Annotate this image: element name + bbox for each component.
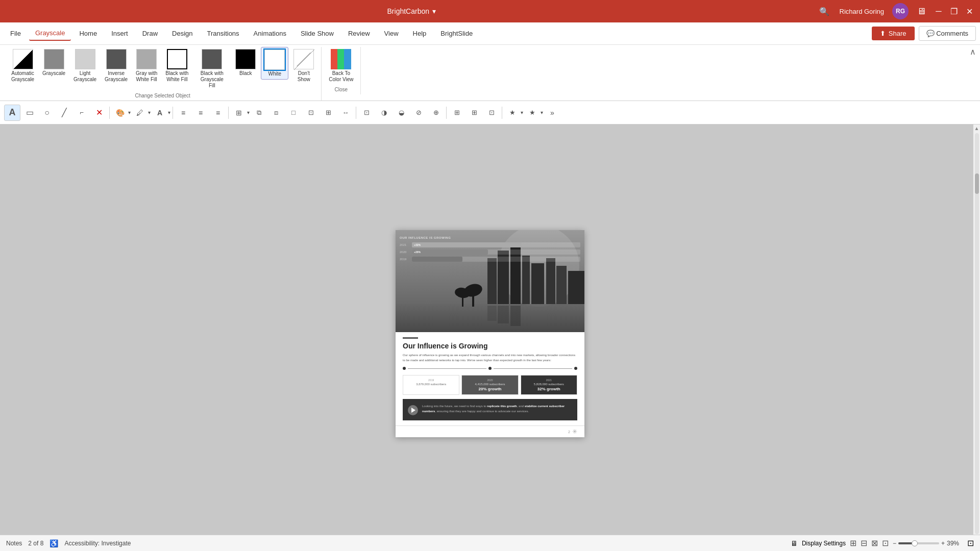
- star-arrow[interactable]: ▾: [521, 110, 523, 115]
- star2-arrow[interactable]: ▾: [541, 110, 543, 115]
- tool-data[interactable]: ⊞: [466, 105, 482, 121]
- timeline-dot-2: [488, 367, 492, 370]
- notes-label[interactable]: Notes: [6, 540, 22, 547]
- comments-button[interactable]: 💬 Comments: [919, 26, 976, 41]
- scroll-thumb[interactable]: [975, 173, 979, 194]
- ribbon-btn-dont-show[interactable]: Don'tShow: [290, 47, 317, 85]
- tool-send-back[interactable]: ⧈: [268, 105, 284, 121]
- tool-separator-2: [173, 107, 173, 119]
- tool-outline[interactable]: 🖊 ▾: [132, 105, 151, 121]
- ribbon-btn-inverse[interactable]: InverseGrayscale: [102, 47, 131, 85]
- tool-bring-forward[interactable]: ⧉: [251, 105, 267, 121]
- slide-body-text: Our sphere of influence is growing as we…: [403, 353, 577, 363]
- presenter-view-icon[interactable]: ⊡: [882, 538, 889, 548]
- ribbon-btn-automatic[interactable]: AutomaticGrayscale: [8, 47, 37, 85]
- menu-file[interactable]: File: [4, 27, 27, 40]
- menu-brightslide[interactable]: BrightSlide: [434, 27, 479, 40]
- outline-arrow[interactable]: ▾: [148, 110, 151, 115]
- tool-ellipse[interactable]: ○: [39, 105, 55, 121]
- tool-rotate[interactable]: ↔: [337, 105, 354, 121]
- ribbon-btn-gray-with[interactable]: Gray withWhite Fill: [133, 47, 160, 85]
- tool-curve[interactable]: ⌐: [74, 105, 90, 121]
- ribbon-btn-white[interactable]: White: [261, 47, 288, 80]
- menu-right: ⬆ Share 💬 Comments: [872, 26, 976, 41]
- tool-corrections[interactable]: ◒: [393, 105, 409, 121]
- tool-align-center[interactable]: ≡: [192, 105, 209, 121]
- accessibility-text[interactable]: Accessibility: Investigate: [64, 540, 131, 547]
- tool-distribute[interactable]: ⊞: [320, 105, 336, 121]
- tool-crop[interactable]: ⊡: [358, 105, 375, 121]
- search-icon[interactable]: 🔍: [817, 4, 831, 18]
- tool-align[interactable]: ⊡: [303, 105, 319, 121]
- menu-view[interactable]: View: [378, 27, 405, 40]
- normal-view-icon[interactable]: ⊞: [850, 538, 856, 548]
- share-button[interactable]: ⬆ Share: [872, 27, 915, 40]
- scroll-up-arrow[interactable]: ▲: [973, 124, 980, 132]
- menu-help[interactable]: Help: [407, 27, 433, 40]
- play-button[interactable]: [408, 405, 418, 415]
- avatar[interactable]: RG: [892, 3, 909, 19]
- dropdown-arrow[interactable]: ▾: [432, 7, 436, 15]
- tool-font-color[interactable]: A ▾: [152, 105, 170, 121]
- tool-star[interactable]: ★ ▾: [504, 105, 523, 121]
- tool-rect[interactable]: ▭: [21, 105, 38, 121]
- ribbon-btn-grayscale[interactable]: Grayscale: [39, 47, 68, 79]
- zoom-in-icon[interactable]: +: [941, 540, 945, 547]
- tool-line[interactable]: ╱: [56, 105, 72, 121]
- tool-delete[interactable]: ✕: [91, 105, 107, 121]
- zoom-out-icon[interactable]: −: [893, 540, 896, 547]
- zoom-thumb[interactable]: [912, 540, 918, 546]
- tool-align-right[interactable]: ≡: [210, 105, 226, 121]
- display-settings-label[interactable]: Display Settings: [802, 540, 846, 547]
- font-arrow[interactable]: ▾: [168, 110, 170, 115]
- snowflake-icon: ✳: [572, 428, 577, 435]
- menu-insert[interactable]: Insert: [105, 27, 134, 40]
- star-icon: ★: [504, 105, 521, 121]
- slide-sorter-icon[interactable]: ⊟: [861, 538, 867, 548]
- ribbon-btn-back-to-color[interactable]: Back ToColor View: [326, 47, 356, 85]
- tool-more[interactable]: »: [544, 105, 560, 121]
- zoom-level[interactable]: 39%: [947, 540, 963, 547]
- tool-fill[interactable]: 🎨 ▾: [112, 105, 131, 121]
- tool-star2[interactable]: ★ ▾: [524, 105, 543, 121]
- tool-text[interactable]: A: [4, 105, 20, 121]
- group-arrow[interactable]: ▾: [247, 110, 250, 115]
- menu-home[interactable]: Home: [73, 27, 103, 40]
- monitor-icon[interactable]: 🖥: [917, 6, 926, 17]
- menu-slideshow[interactable]: Slide Show: [295, 27, 340, 40]
- vertical-scrollbar[interactable]: ▲ ▼: [973, 124, 980, 543]
- tool-compress[interactable]: ⊕: [428, 105, 444, 121]
- close-button[interactable]: ✕: [965, 7, 974, 16]
- timeline-dot-1: [403, 367, 406, 370]
- tool-separator-4: [356, 107, 356, 119]
- fill-arrow[interactable]: ▾: [128, 110, 131, 115]
- tool-align-left[interactable]: ≡: [175, 105, 191, 121]
- zoom-slider[interactable]: [898, 542, 939, 544]
- menu-animations[interactable]: Animations: [248, 27, 292, 40]
- stats-row: 2019 3,679,000 subscribers 2020 4,415,00…: [403, 375, 577, 395]
- tool-chart[interactable]: ⊞: [449, 105, 465, 121]
- tool-group[interactable]: ⊞ ▾: [231, 105, 250, 121]
- ribbon-btn-light[interactable]: LightGrayscale: [70, 47, 100, 85]
- restore-button[interactable]: ❐: [949, 7, 959, 16]
- tool-table[interactable]: ⊡: [483, 105, 500, 121]
- slide-page-number: 2: [568, 430, 570, 434]
- menu-grayscale[interactable]: Grayscale: [29, 26, 71, 41]
- menu-transitions[interactable]: Transitions: [201, 27, 246, 40]
- ribbon-btn-black[interactable]: Black: [232, 47, 259, 79]
- tool-artistic-effects[interactable]: ⊘: [410, 105, 427, 121]
- minimize-button[interactable]: ─: [934, 7, 943, 16]
- ribbon-btn-black-white[interactable]: Black withWhite Fill: [162, 47, 191, 85]
- menu-draw[interactable]: Draw: [136, 27, 164, 40]
- tool-adjust-color[interactable]: ◑: [376, 105, 392, 121]
- dont-show-swatch: [293, 49, 314, 69]
- reading-view-icon[interactable]: ⊠: [871, 538, 878, 548]
- tool-selection-pane[interactable]: □: [285, 105, 302, 121]
- fit-slide-icon[interactable]: ⊡: [967, 538, 974, 548]
- svg-rect-10: [556, 266, 567, 304]
- menu-review[interactable]: Review: [342, 27, 376, 40]
- ribbon-collapse-button[interactable]: ∧: [970, 47, 976, 57]
- ribbon-btn-black-gray[interactable]: Black withGrayscale Fill: [193, 47, 230, 91]
- black-gray-swatch: [202, 49, 222, 69]
- menu-design[interactable]: Design: [166, 27, 199, 40]
